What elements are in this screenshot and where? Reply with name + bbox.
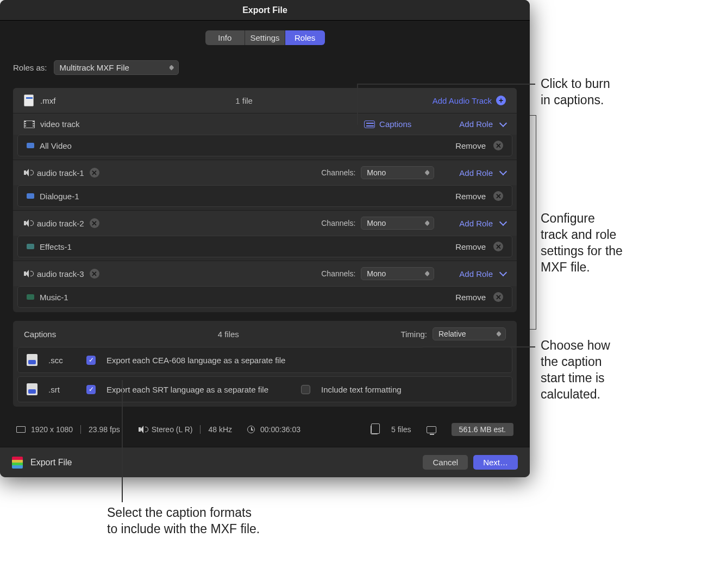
audio-track-3-label: audio track-3 — [37, 269, 84, 279]
captions-file-count: 4 files — [56, 330, 400, 339]
music-1-label: Music-1 — [40, 293, 68, 302]
mxf-ext-label: .mxf — [40, 96, 55, 105]
window-body: Info Settings Roles Roles as: Multitrack… — [0, 21, 530, 447]
chevron-down-icon[interactable] — [499, 119, 507, 127]
srt-separate-label: Export each SRT language as a separate f… — [106, 385, 268, 394]
captions-header: Captions 4 files Timing: Relative — [13, 321, 517, 347]
audio-track-2-row: audio track-2 ✕ Channels: Mono Add Role — [13, 210, 517, 236]
status-duration: 00:00:36:03 — [260, 425, 300, 434]
audio-track-3-row: audio track-3 ✕ Channels: Mono Add Role — [13, 261, 517, 286]
chevron-down-icon[interactable] — [499, 168, 507, 175]
add-role-audio-3[interactable]: Add Role — [459, 269, 493, 279]
role-color-chip — [27, 143, 34, 148]
status-fps: 23.98 fps — [89, 425, 120, 434]
effects-1-subrow: Effects-1 Remove ✕ — [17, 236, 512, 257]
plus-icon: + — [496, 96, 506, 105]
status-sample: 48 kHz — [208, 425, 232, 434]
caption-file-icon — [27, 354, 37, 366]
files-icon — [371, 425, 378, 434]
audio-track-1-row: audio track-1 ✕ Channels: Mono Add Role — [13, 160, 517, 185]
video-track-label: video track — [40, 119, 80, 129]
speaker-icon — [139, 426, 146, 433]
callout-line — [357, 84, 358, 125]
film-icon — [24, 121, 35, 128]
cancel-button[interactable]: Cancel — [423, 455, 468, 470]
remove-button[interactable]: ✕ — [493, 292, 503, 302]
speaker-icon — [24, 270, 32, 277]
scc-row: .scc ✓ Export each CEA-608 language as a… — [17, 347, 512, 373]
callout-timing: Choose how the caption start time is cal… — [541, 338, 610, 403]
callout-configure-tracks: Configure track and role settings for th… — [541, 211, 623, 276]
add-role-video[interactable]: Add Role — [459, 119, 493, 129]
add-role-audio-2[interactable]: Add Role — [459, 219, 493, 228]
caption-file-icon — [27, 383, 37, 395]
mxf-header: .mxf 1 file Add Audio Track + — [13, 88, 517, 113]
remove-audio-track-3[interactable]: ✕ — [90, 269, 99, 279]
remove-audio-track-1[interactable]: ✕ — [90, 168, 99, 178]
all-video-label: All Video — [40, 141, 72, 150]
remove-button[interactable]: ✕ — [493, 191, 503, 201]
channels-select-1[interactable]: Mono — [361, 166, 434, 179]
tab-settings[interactable]: Settings — [245, 30, 285, 45]
next-button[interactable]: Next… — [473, 455, 518, 470]
roles-as-select[interactable]: Multitrack MXF File — [54, 60, 179, 75]
remove-audio-track-2[interactable]: ✕ — [90, 218, 99, 228]
callout-burn-captions: Click to burn in captions. — [541, 76, 610, 109]
effects-1-label: Effects-1 — [40, 242, 72, 251]
captions-burn-button[interactable]: Captions — [364, 119, 411, 129]
remove-label: Remove — [455, 141, 486, 150]
tab-info[interactable]: Info — [205, 30, 245, 45]
tab-segment: Info Settings Roles — [205, 30, 325, 45]
app-icon — [12, 457, 23, 469]
timing-select[interactable]: Relative — [433, 327, 506, 340]
callout-line — [357, 84, 535, 85]
mxf-file-count: 1 file — [55, 96, 432, 105]
channels-select-3[interactable]: Mono — [361, 267, 434, 280]
remove-button[interactable]: ✕ — [493, 242, 503, 251]
scc-ext: .scc — [48, 356, 76, 365]
video-track-row: video track Captions Add Role — [13, 113, 517, 135]
add-role-audio-1[interactable]: Add Role — [459, 168, 493, 178]
status-audio: Stereo (L R) — [152, 425, 193, 434]
monitor-icon — [427, 426, 436, 433]
speaker-icon — [24, 219, 32, 227]
status-bar: 1920 x 1080 23.98 fps Stereo (L R) 48 kH… — [13, 415, 517, 441]
scc-separate-label: Export each CEA-608 language as a separa… — [106, 356, 285, 365]
captions-title: Captions — [24, 330, 56, 339]
chevron-down-icon[interactable] — [499, 269, 507, 276]
srt-formatting-checkbox[interactable] — [301, 385, 310, 394]
footer-title: Export File — [30, 458, 72, 467]
captions-panel: Captions 4 files Timing: Relative .scc ✓… — [13, 321, 517, 407]
speaker-icon — [24, 169, 32, 176]
frame-icon — [16, 426, 26, 433]
dialogue-1-subrow: Dialogue-1 Remove ✕ — [17, 185, 512, 207]
audio-track-1-label: audio track-1 — [37, 168, 84, 178]
audio-track-2-label: audio track-2 — [37, 219, 84, 228]
channels-label: Channels: — [321, 168, 355, 177]
srt-ext: .srt — [48, 385, 76, 394]
footer: Export File Cancel Next… — [0, 447, 530, 477]
roles-as-row: Roles as: Multitrack MXF File — [13, 60, 517, 75]
tab-roles[interactable]: Roles — [285, 30, 325, 45]
chevron-down-icon[interactable] — [499, 218, 507, 226]
status-resolution: 1920 x 1080 — [31, 425, 73, 434]
scc-separate-checkbox[interactable]: ✓ — [86, 356, 96, 365]
remove-button[interactable]: ✕ — [493, 141, 503, 150]
callout-caption-formats: Select the caption formats to include wi… — [107, 505, 260, 538]
srt-formatting-label: Include text formatting — [321, 385, 402, 394]
file-icon — [24, 94, 34, 106]
clock-icon — [247, 426, 255, 433]
mxf-panel: .mxf 1 file Add Audio Track + video trac… — [13, 88, 517, 312]
timing-label: Timing: — [400, 330, 427, 339]
srt-separate-checkbox[interactable]: ✓ — [86, 385, 96, 394]
status-files: 5 files — [391, 425, 411, 434]
srt-row: .srt ✓ Export each SRT language as a sep… — [17, 376, 512, 402]
callout-bracket — [530, 115, 536, 330]
add-audio-track-button[interactable]: Add Audio Track + — [433, 96, 506, 105]
channels-select-2[interactable]: Mono — [361, 217, 434, 230]
captions-icon — [364, 121, 375, 128]
all-video-subrow: All Video Remove ✕ — [17, 135, 512, 156]
role-color-chip — [27, 294, 34, 300]
role-color-chip — [27, 244, 34, 249]
role-color-chip — [27, 193, 34, 199]
